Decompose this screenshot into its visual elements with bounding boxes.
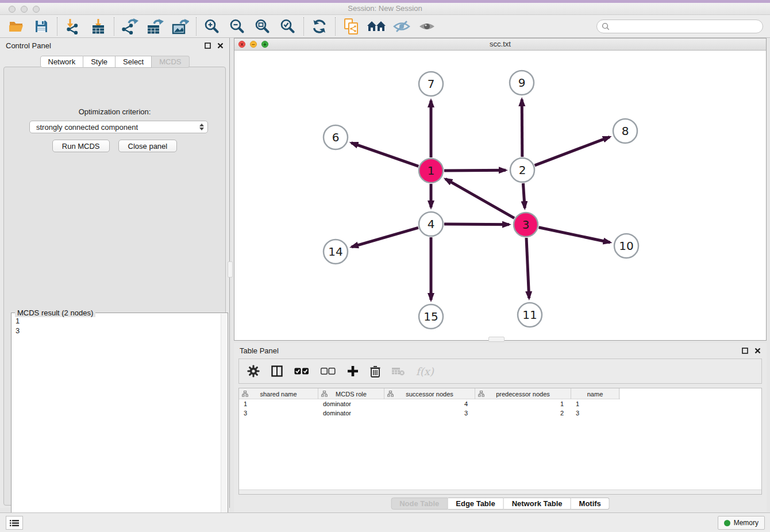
table-cell[interactable]: 3 — [571, 408, 619, 418]
show-columns-icon[interactable] — [271, 365, 283, 377]
table-settings-gear-icon[interactable] — [247, 365, 260, 377]
table-cell[interactable]: 3 — [384, 408, 475, 418]
node-11[interactable]: 11 — [518, 303, 542, 327]
column-header-name[interactable]: name — [571, 388, 619, 399]
close-panel-icon[interactable] — [754, 348, 761, 354]
memory-button[interactable]: Memory — [718, 516, 765, 530]
search-input[interactable] — [613, 22, 763, 30]
zoom-in-button[interactable] — [199, 16, 225, 37]
export-table-button[interactable] — [143, 16, 168, 37]
table-cell[interactable]: 1 — [571, 399, 619, 408]
node-4[interactable]: 4 — [419, 212, 443, 236]
node-3[interactable]: 3 — [514, 213, 538, 237]
column-header-predecessor-nodes[interactable]: predecessor nodes — [475, 388, 571, 399]
delete-column-trash-icon[interactable] — [370, 365, 380, 377]
edge-1-6[interactable] — [351, 143, 418, 167]
import-network-button[interactable] — [60, 16, 86, 37]
export-network-button[interactable] — [117, 16, 143, 37]
refresh-button[interactable] — [307, 16, 332, 37]
node-1[interactable]: 1 — [419, 159, 443, 183]
hide-eye-button[interactable] — [389, 16, 414, 37]
result-scrollbar[interactable] — [221, 314, 227, 529]
table-cell[interactable]: dominator — [318, 399, 384, 408]
svg-text:10: 10 — [619, 239, 633, 253]
node-14[interactable]: 14 — [324, 240, 348, 264]
vertical-splitter-handle[interactable] — [228, 261, 233, 277]
select-all-icon[interactable] — [294, 368, 309, 375]
edge-2-9[interactable] — [522, 99, 522, 157]
home-button[interactable] — [364, 16, 389, 37]
network-minimize-button[interactable]: − — [250, 41, 257, 48]
table-panel-title: Table Panel — [240, 346, 279, 355]
minimize-window-button[interactable] — [21, 6, 28, 13]
tab-network[interactable]: Network — [40, 56, 83, 68]
add-column-icon[interactable] — [347, 365, 359, 377]
open-session-button[interactable] — [3, 16, 29, 37]
maximize-window-button[interactable] — [33, 6, 40, 13]
network-close-button[interactable]: × — [238, 41, 245, 48]
task-history-button[interactable] — [6, 516, 23, 530]
network-graph[interactable]: 1234678910111415 — [234, 51, 766, 340]
window-controls[interactable] — [9, 6, 40, 13]
tab-style[interactable]: Style — [83, 56, 116, 68]
search-box[interactable] — [596, 20, 763, 33]
column-header-successor-nodes[interactable]: successor nodes — [384, 388, 475, 399]
close-panel-icon[interactable] — [217, 43, 224, 49]
edge-4-3[interactable] — [444, 224, 509, 225]
edge-3-1[interactable] — [445, 179, 514, 218]
network-file-icon[interactable] — [338, 16, 364, 37]
edge-4-14[interactable] — [352, 228, 418, 247]
table-cell[interactable]: 4 — [384, 399, 475, 408]
table-cell[interactable]: 1 — [239, 399, 318, 408]
tab-edge-table[interactable]: Edge Table — [448, 498, 503, 510]
close-window-button[interactable] — [9, 6, 16, 13]
edge-2-8[interactable] — [535, 137, 610, 165]
network-canvas[interactable]: 1234678910111415 — [234, 51, 766, 340]
edge-1-2[interactable] — [444, 170, 506, 171]
network-zoom-button[interactable]: + — [261, 41, 268, 48]
node-8[interactable]: 8 — [613, 119, 637, 143]
zoom-fit-button[interactable] — [250, 16, 275, 37]
edge-3-10[interactable] — [539, 228, 610, 242]
node-2[interactable]: 2 — [510, 158, 534, 182]
node-6[interactable]: 6 — [324, 125, 348, 149]
edge-3-11[interactable] — [526, 238, 529, 298]
mcds-result-text[interactable]: 1 3 — [12, 315, 220, 529]
tab-mcds[interactable]: MCDS — [152, 56, 189, 68]
tab-select[interactable]: Select — [116, 56, 152, 68]
table-row[interactable]: 3dominator323 — [239, 408, 761, 418]
network-window-titlebar[interactable]: × − + scc.txt — [234, 38, 766, 51]
tab-network-table[interactable]: Network Table — [504, 498, 571, 510]
zoom-selected-button[interactable] — [275, 16, 301, 37]
edge-2-3[interactable] — [523, 183, 525, 208]
node-10[interactable]: 10 — [614, 234, 638, 258]
deselect-all-icon[interactable] — [321, 368, 336, 375]
node-15[interactable]: 15 — [419, 304, 443, 329]
table-cell[interactable]: 1 — [475, 399, 571, 408]
column-header-MCDS-role[interactable]: MCDS role — [318, 388, 384, 399]
node-9[interactable]: 9 — [510, 71, 534, 95]
table-cell[interactable]: 3 — [239, 408, 318, 418]
svg-text:14: 14 — [328, 245, 342, 259]
table-row[interactable]: 1dominator411 — [239, 399, 761, 408]
import-table-button[interactable] — [86, 16, 111, 37]
horizontal-splitter-handle[interactable] — [488, 337, 505, 342]
close-panel-button[interactable]: Close panel — [118, 140, 178, 152]
export-image-button[interactable] — [168, 16, 193, 37]
table-scrollbar[interactable] — [239, 489, 761, 494]
node-table[interactable]: shared nameMCDS rolesuccessor nodesprede… — [238, 388, 762, 495]
save-session-button[interactable] — [29, 16, 54, 37]
column-header-shared-name[interactable]: shared name — [239, 388, 318, 399]
tab-motifs[interactable]: Motifs — [571, 498, 610, 510]
zoom-out-button[interactable] — [225, 16, 250, 37]
node-7[interactable]: 7 — [419, 72, 443, 96]
criterion-dropdown[interactable]: strongly connected component — [29, 121, 208, 133]
show-eye-button[interactable] — [414, 16, 440, 37]
float-panel-icon[interactable] — [205, 43, 211, 49]
svg-text:4: 4 — [428, 217, 435, 231]
float-panel-icon[interactable] — [742, 348, 748, 354]
table-cell[interactable]: dominator — [318, 408, 384, 418]
run-mcds-button[interactable]: Run MCDS — [52, 140, 110, 152]
tab-node-table[interactable]: Node Table — [391, 498, 448, 510]
table-cell[interactable]: 2 — [475, 408, 571, 418]
